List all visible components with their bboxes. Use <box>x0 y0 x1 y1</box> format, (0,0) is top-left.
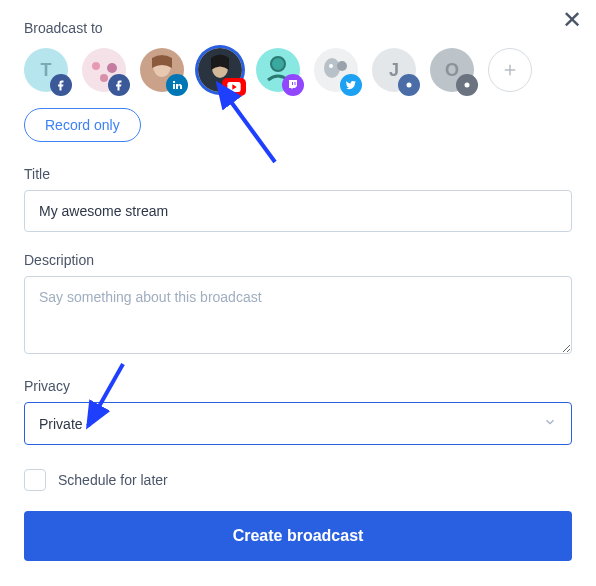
description-label: Description <box>24 252 572 268</box>
record-only-button[interactable]: Record only <box>24 108 141 142</box>
title-input[interactable] <box>24 190 572 232</box>
plus-icon <box>488 48 532 92</box>
close-icon: ✕ <box>562 6 582 33</box>
facebook-icon <box>108 74 130 96</box>
destination-avatar-5[interactable] <box>314 48 358 92</box>
destination-avatars: TJO <box>24 48 572 92</box>
twitter-icon <box>340 74 362 96</box>
svg-point-15 <box>329 64 333 68</box>
linkedin-icon <box>166 74 188 96</box>
twitch-icon <box>282 74 304 96</box>
description-input[interactable] <box>24 276 572 354</box>
destination-avatar-6[interactable]: J <box>372 48 416 92</box>
platform-icon <box>456 74 478 96</box>
svg-point-1 <box>92 62 100 70</box>
schedule-label: Schedule for later <box>58 472 168 488</box>
create-broadcast-button[interactable]: Create broadcast <box>24 511 572 561</box>
svg-point-3 <box>100 74 108 82</box>
close-button[interactable]: ✕ <box>562 8 582 32</box>
facebook-icon <box>50 74 72 96</box>
youtube-icon <box>222 78 246 96</box>
svg-point-17 <box>465 83 470 88</box>
schedule-row: Schedule for later <box>24 469 572 491</box>
platform-icon <box>398 74 420 96</box>
privacy-label: Privacy <box>24 378 572 394</box>
destination-avatar-1[interactable] <box>82 48 126 92</box>
chevron-down-icon <box>543 415 557 432</box>
title-label: Title <box>24 166 572 182</box>
privacy-selected-value: Private <box>39 416 83 432</box>
svg-point-11 <box>271 57 285 71</box>
destination-avatar-2[interactable] <box>140 48 184 92</box>
destination-avatar-7[interactable]: O <box>430 48 474 92</box>
destination-avatar-0[interactable]: T <box>24 48 68 92</box>
broadcast-to-label: Broadcast to <box>24 20 572 36</box>
schedule-checkbox[interactable] <box>24 469 46 491</box>
svg-point-16 <box>407 83 412 88</box>
destination-avatar-3[interactable] <box>198 48 242 92</box>
privacy-select[interactable]: Private <box>24 402 572 445</box>
svg-point-2 <box>107 63 117 73</box>
svg-point-14 <box>337 61 347 71</box>
destination-avatar-4[interactable] <box>256 48 300 92</box>
add-destination-button[interactable] <box>488 48 532 92</box>
